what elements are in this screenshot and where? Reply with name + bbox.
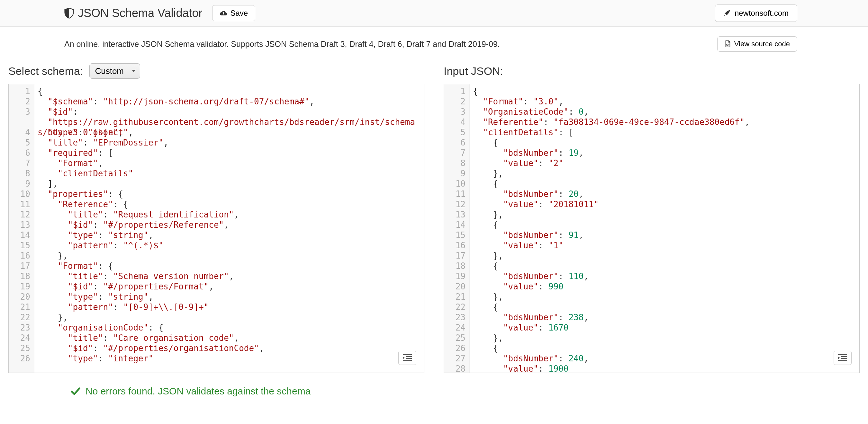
cloud-upload-icon [220, 10, 227, 17]
rocket-icon [724, 10, 731, 17]
schema-code[interactable]: { "$schema": "http://json-schema.org/dra… [34, 84, 424, 372]
validation-status: No errors found. JSON validates against … [0, 373, 868, 410]
schema-editor[interactable]: 1234567891011121314151617181920212223242… [8, 84, 424, 373]
description-text: An online, interactive JSON Schema valid… [64, 39, 500, 49]
format-schema-button[interactable] [398, 351, 416, 365]
format-json-button[interactable] [834, 351, 851, 365]
status-message: No errors found. JSON validates against … [86, 386, 311, 397]
newtonsoft-label: newtonsoft.com [735, 9, 788, 18]
indent-icon [403, 354, 412, 361]
shield-icon [64, 8, 74, 19]
check-icon [71, 387, 81, 395]
json-gutter: 1234567891011121314151617181920212223242… [444, 84, 470, 372]
json-editor[interactable]: 1234567891011121314151617181920212223242… [444, 84, 860, 373]
json-pane: Input JSON: 1234567891011121314151617181… [444, 61, 860, 373]
view-source-button[interactable]: View source code [717, 36, 797, 52]
newtonsoft-link[interactable]: newtonsoft.com [715, 4, 797, 22]
json-pane-header: Input JSON: [444, 61, 860, 80]
schema-gutter: 1234567891011121314151617181920212223242… [9, 84, 34, 372]
code-file-icon [724, 40, 731, 47]
save-label: Save [230, 9, 248, 18]
indent-icon [838, 354, 847, 361]
app-title: JSON Schema Validator [78, 6, 203, 20]
json-label: Input JSON: [444, 65, 503, 77]
view-source-label: View source code [734, 40, 790, 48]
title-group: JSON Schema Validator [64, 6, 203, 20]
subbar: An online, interactive JSON Schema valid… [0, 27, 868, 55]
schema-pane: Select schema: Custom 123456789101112131… [8, 61, 424, 373]
save-button[interactable]: Save [212, 5, 255, 21]
panes: Select schema: Custom 123456789101112131… [0, 55, 868, 373]
schema-label: Select schema: [8, 65, 83, 77]
schema-select[interactable]: Custom [89, 63, 140, 79]
json-code[interactable]: { "Format": "3.0", "OrganisatieCode": 0,… [470, 84, 859, 372]
topbar: JSON Schema Validator Save newtonsoft.co… [0, 0, 868, 27]
schema-pane-header: Select schema: Custom [8, 61, 424, 80]
